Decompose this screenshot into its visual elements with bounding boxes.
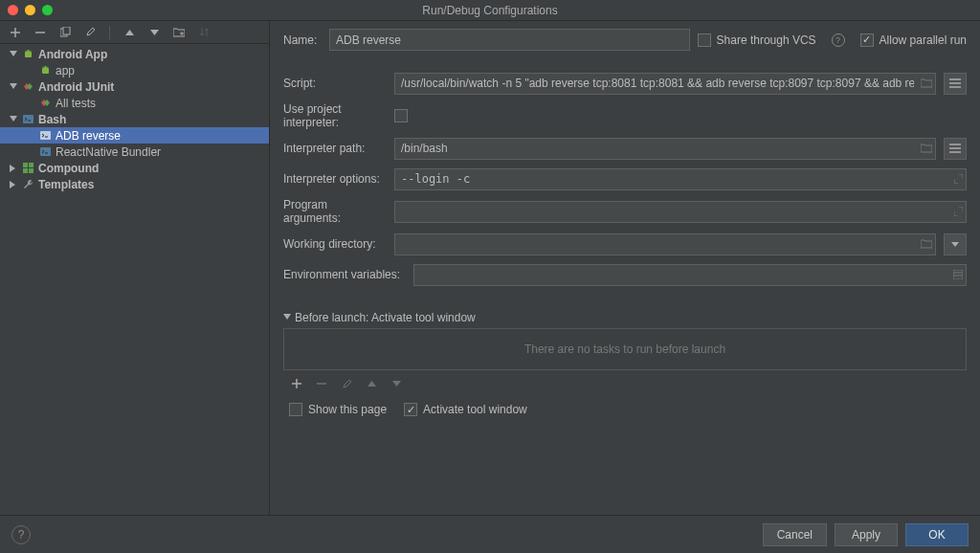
tree-item-compound[interactable]: Compound [0,160,269,176]
tree-item-label: Android App [38,48,107,61]
share-vcs-checkbox[interactable] [698,33,711,47]
svg-rect-12 [29,163,33,167]
svg-rect-14 [29,168,33,173]
tree-item-reactnative-bundler[interactable]: ReactNative Bundler [0,144,269,160]
tree-item-bash[interactable]: Bash [0,111,269,127]
tree-item-label: All tests [56,97,96,110]
interpreter-options-label: Interpreter options: [283,172,387,186]
folder-action-button[interactable] [171,25,187,40]
cancel-button[interactable]: Cancel [763,523,827,546]
help-button[interactable]: ? [11,525,31,544]
config-tree[interactable]: Android AppappAndroid JUnitAll testsBash… [0,44,269,192]
tree-item-adb-reverse[interactable]: ADB reverse [0,127,269,144]
sort-button[interactable] [196,25,212,40]
bash-icon [21,113,34,126]
tree-item-app[interactable]: app [0,62,269,78]
tree-arrow-icon [25,65,36,77]
remove-config-button[interactable] [33,25,48,40]
share-vcs-label: Share through VCS [717,33,816,47]
program-args-input[interactable] [394,201,967,223]
sidebar-toolbar [0,21,269,44]
tree-item-label: Templates [38,178,94,191]
ok-button[interactable]: OK [905,523,969,546]
android-icon [38,64,52,77]
svg-rect-1 [63,27,70,34]
apply-button[interactable]: Apply [835,523,898,546]
compound-icon [21,162,34,175]
svg-rect-13 [23,168,28,173]
interpreter-path-input[interactable] [394,138,936,160]
remove-task-button[interactable] [314,376,329,391]
help-icon[interactable]: ? [832,33,845,47]
dialog-footer: ? Cancel Apply OK [0,515,980,553]
toolbar-separator [109,26,110,39]
android-icon [21,48,34,61]
svg-rect-10 [40,147,51,156]
name-label: Name: [283,33,322,47]
working-dir-dropdown-button[interactable] [944,233,967,255]
tree-arrow-icon[interactable] [8,163,19,174]
svg-point-7 [46,66,47,67]
add-task-button[interactable] [289,376,304,391]
env-vars-input[interactable] [413,264,967,286]
tree-item-android-junit[interactable]: Android JUnit [0,78,269,95]
edit-config-button[interactable] [82,25,98,40]
config-form: Name: Share through VCS ? Allow parallel… [270,21,980,515]
tree-arrow-icon[interactable] [8,81,19,93]
tree-item-all-tests[interactable]: All tests [0,95,269,111]
close-window-button[interactable] [8,5,18,15]
tree-arrow-icon[interactable] [8,114,19,125]
copy-config-button[interactable] [57,25,73,40]
script-label: Script: [283,77,387,90]
interpreter-options-input[interactable] [394,168,967,190]
collapse-icon[interactable] [283,314,291,321]
show-this-page-checkbox[interactable] [289,403,302,416]
window-controls [8,5,53,15]
show-this-page-label: Show this page [308,403,387,416]
use-project-interpreter-label: Use project interpreter: [283,102,387,129]
move-up-button[interactable] [122,25,137,40]
move-task-up-button[interactable] [364,376,379,391]
activate-tool-window-checkbox[interactable] [404,403,417,416]
svg-rect-8 [23,115,33,123]
sidebar: Android AppappAndroid JUnitAll testsBash… [0,21,270,515]
tree-arrow-icon [25,98,36,109]
tree-arrow-icon[interactable] [8,179,19,190]
titlebar: Run/Debug Configurations [0,0,980,21]
script-menu-button[interactable] [944,73,967,95]
move-task-down-button[interactable] [389,376,404,391]
edit-task-button[interactable] [339,376,354,391]
junit-icon [38,97,52,110]
svg-rect-11 [23,163,28,167]
allow-parallel-label: Allow parallel run [880,33,967,47]
maximize-window-button[interactable] [42,5,53,15]
interpreter-menu-button[interactable] [944,138,967,160]
tree-arrow-icon [25,146,36,158]
working-dir-label: Working directory: [283,237,387,251]
script-input[interactable] [394,73,936,95]
tree-arrow-icon [25,130,36,142]
minimize-window-button[interactable] [25,5,35,15]
svg-point-6 [43,66,44,67]
activate-tool-window-label: Activate tool window [423,403,527,416]
use-project-interpreter-checkbox[interactable] [394,109,408,122]
tree-item-templates[interactable]: Templates [0,176,269,192]
interpreter-path-label: Interpreter path: [283,142,387,155]
allow-parallel-checkbox[interactable] [860,33,874,47]
working-dir-input[interactable] [394,233,936,255]
tree-item-label: Bash [38,113,66,126]
name-input[interactable] [329,29,690,51]
move-down-button[interactable] [146,25,162,40]
bash-icon [38,145,52,159]
junit-icon [21,80,34,94]
svg-point-3 [26,50,27,51]
svg-rect-9 [40,131,51,140]
svg-rect-2 [25,52,32,57]
tree-arrow-icon[interactable] [8,49,19,60]
tree-item-android-app[interactable]: Android App [0,46,269,62]
before-launch-list: There are no tasks to run before launch [283,328,967,370]
add-config-button[interactable] [8,25,23,40]
program-args-label: Program arguments: [283,198,387,225]
bash-icon [38,129,52,143]
before-launch-header: Before launch: Activate tool window [295,311,476,324]
